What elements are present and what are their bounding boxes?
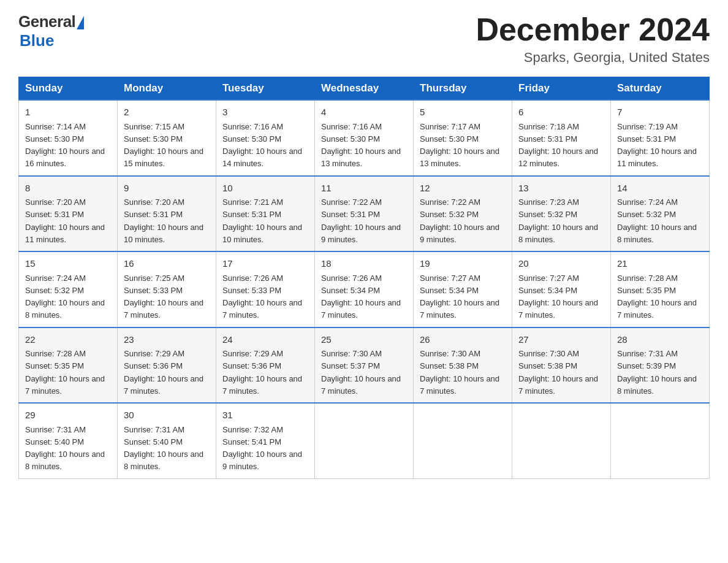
day-info: Sunrise: 7:25 AMSunset: 5:33 PMDaylight:… bbox=[124, 274, 203, 320]
calendar-cell: 28Sunrise: 7:31 AMSunset: 5:39 PMDayligh… bbox=[611, 327, 710, 404]
header-monday: Monday bbox=[118, 77, 216, 101]
day-info: Sunrise: 7:22 AMSunset: 5:32 PMDaylight:… bbox=[420, 197, 499, 244]
calendar-cell: 8Sunrise: 7:20 AMSunset: 5:31 PMDaylight… bbox=[19, 176, 118, 252]
calendar-week-row: 15Sunrise: 7:24 AMSunset: 5:32 PMDayligh… bbox=[19, 251, 710, 327]
header-friday: Friday bbox=[512, 77, 611, 101]
day-info: Sunrise: 7:30 AMSunset: 5:37 PMDaylight:… bbox=[321, 349, 401, 396]
calendar-cell bbox=[512, 403, 611, 478]
day-number: 26 bbox=[420, 333, 506, 347]
calendar-cell: 17Sunrise: 7:26 AMSunset: 5:33 PMDayligh… bbox=[216, 251, 315, 327]
calendar-week-row: 29Sunrise: 7:31 AMSunset: 5:40 PMDayligh… bbox=[19, 403, 710, 478]
day-info: Sunrise: 7:31 AMSunset: 5:40 PMDaylight:… bbox=[124, 425, 203, 472]
calendar-cell: 7Sunrise: 7:19 AMSunset: 5:31 PMDaylight… bbox=[611, 100, 710, 176]
calendar-week-row: 22Sunrise: 7:28 AMSunset: 5:35 PMDayligh… bbox=[19, 327, 710, 404]
page-header: General Blue December 2024 Sparks, Georg… bbox=[18, 12, 710, 66]
header-tuesday: Tuesday bbox=[216, 77, 315, 101]
location-text: Sparks, Georgia, United States bbox=[476, 50, 710, 66]
day-number: 28 bbox=[617, 333, 703, 347]
day-number: 18 bbox=[321, 257, 407, 271]
day-number: 11 bbox=[321, 182, 407, 196]
day-number: 21 bbox=[617, 257, 703, 271]
day-number: 31 bbox=[222, 408, 308, 423]
day-info: Sunrise: 7:16 AMSunset: 5:30 PMDaylight:… bbox=[222, 122, 302, 169]
day-info: Sunrise: 7:30 AMSunset: 5:38 PMDaylight:… bbox=[518, 349, 598, 396]
day-number: 5 bbox=[420, 105, 506, 120]
day-number: 9 bbox=[124, 182, 210, 196]
day-info: Sunrise: 7:21 AMSunset: 5:31 PMDaylight:… bbox=[222, 197, 302, 244]
calendar-cell: 2Sunrise: 7:15 AMSunset: 5:30 PMDaylight… bbox=[118, 100, 216, 176]
day-number: 23 bbox=[124, 333, 210, 347]
day-info: Sunrise: 7:29 AMSunset: 5:36 PMDaylight:… bbox=[222, 349, 302, 396]
day-number: 19 bbox=[420, 257, 506, 271]
logo-blue-text: Blue bbox=[20, 31, 54, 50]
day-number: 13 bbox=[518, 182, 604, 196]
day-number: 30 bbox=[124, 408, 210, 423]
day-info: Sunrise: 7:23 AMSunset: 5:32 PMDaylight:… bbox=[518, 197, 598, 244]
calendar-header-row: SundayMondayTuesdayWednesdayThursdayFrid… bbox=[19, 77, 710, 101]
logo-general-text: General bbox=[18, 12, 75, 31]
calendar-cell: 16Sunrise: 7:25 AMSunset: 5:33 PMDayligh… bbox=[118, 251, 216, 327]
day-number: 14 bbox=[617, 182, 703, 196]
day-number: 6 bbox=[518, 105, 604, 120]
calendar-cell: 29Sunrise: 7:31 AMSunset: 5:40 PMDayligh… bbox=[19, 403, 118, 478]
calendar-cell: 1Sunrise: 7:14 AMSunset: 5:30 PMDaylight… bbox=[19, 100, 118, 176]
logo: General Blue bbox=[18, 12, 84, 50]
day-info: Sunrise: 7:14 AMSunset: 5:30 PMDaylight:… bbox=[25, 122, 105, 169]
calendar-cell: 31Sunrise: 7:32 AMSunset: 5:41 PMDayligh… bbox=[216, 403, 315, 478]
calendar-cell: 15Sunrise: 7:24 AMSunset: 5:32 PMDayligh… bbox=[19, 251, 118, 327]
day-number: 24 bbox=[222, 333, 308, 347]
calendar-table: SundayMondayTuesdayWednesdayThursdayFrid… bbox=[18, 77, 710, 479]
calendar-cell: 30Sunrise: 7:31 AMSunset: 5:40 PMDayligh… bbox=[118, 403, 216, 478]
day-info: Sunrise: 7:16 AMSunset: 5:30 PMDaylight:… bbox=[321, 122, 401, 169]
calendar-cell: 13Sunrise: 7:23 AMSunset: 5:32 PMDayligh… bbox=[512, 176, 611, 252]
day-number: 25 bbox=[321, 333, 407, 347]
calendar-cell bbox=[315, 403, 414, 478]
day-info: Sunrise: 7:19 AMSunset: 5:31 PMDaylight:… bbox=[617, 122, 697, 169]
header-thursday: Thursday bbox=[414, 77, 512, 101]
calendar-cell: 26Sunrise: 7:30 AMSunset: 5:38 PMDayligh… bbox=[414, 327, 512, 404]
calendar-cell: 27Sunrise: 7:30 AMSunset: 5:38 PMDayligh… bbox=[512, 327, 611, 404]
day-info: Sunrise: 7:17 AMSunset: 5:30 PMDaylight:… bbox=[420, 122, 499, 169]
day-number: 12 bbox=[420, 182, 506, 196]
calendar-cell: 20Sunrise: 7:27 AMSunset: 5:34 PMDayligh… bbox=[512, 251, 611, 327]
calendar-week-row: 1Sunrise: 7:14 AMSunset: 5:30 PMDaylight… bbox=[19, 100, 710, 176]
calendar-cell: 4Sunrise: 7:16 AMSunset: 5:30 PMDaylight… bbox=[315, 100, 414, 176]
day-number: 27 bbox=[518, 333, 604, 347]
calendar-cell bbox=[414, 403, 512, 478]
day-number: 2 bbox=[124, 105, 210, 120]
header-sunday: Sunday bbox=[19, 77, 118, 101]
calendar-cell: 25Sunrise: 7:30 AMSunset: 5:37 PMDayligh… bbox=[315, 327, 414, 404]
day-info: Sunrise: 7:22 AMSunset: 5:31 PMDaylight:… bbox=[321, 197, 401, 244]
calendar-cell: 3Sunrise: 7:16 AMSunset: 5:30 PMDaylight… bbox=[216, 100, 315, 176]
day-number: 7 bbox=[617, 105, 703, 120]
day-info: Sunrise: 7:15 AMSunset: 5:30 PMDaylight:… bbox=[124, 122, 203, 169]
calendar-cell: 22Sunrise: 7:28 AMSunset: 5:35 PMDayligh… bbox=[19, 327, 118, 404]
day-number: 16 bbox=[124, 257, 210, 271]
day-number: 10 bbox=[222, 182, 308, 196]
day-info: Sunrise: 7:26 AMSunset: 5:33 PMDaylight:… bbox=[222, 274, 302, 320]
month-title: December 2024 bbox=[476, 12, 710, 47]
day-info: Sunrise: 7:24 AMSunset: 5:32 PMDaylight:… bbox=[25, 274, 105, 320]
calendar-cell: 10Sunrise: 7:21 AMSunset: 5:31 PMDayligh… bbox=[216, 176, 315, 252]
calendar-week-row: 8Sunrise: 7:20 AMSunset: 5:31 PMDaylight… bbox=[19, 176, 710, 252]
day-number: 3 bbox=[222, 105, 308, 120]
day-number: 15 bbox=[25, 257, 111, 271]
day-info: Sunrise: 7:28 AMSunset: 5:35 PMDaylight:… bbox=[617, 274, 697, 320]
day-info: Sunrise: 7:32 AMSunset: 5:41 PMDaylight:… bbox=[222, 425, 302, 472]
day-info: Sunrise: 7:28 AMSunset: 5:35 PMDaylight:… bbox=[25, 349, 105, 396]
day-info: Sunrise: 7:27 AMSunset: 5:34 PMDaylight:… bbox=[518, 274, 598, 320]
day-info: Sunrise: 7:27 AMSunset: 5:34 PMDaylight:… bbox=[420, 274, 499, 320]
calendar-cell: 21Sunrise: 7:28 AMSunset: 5:35 PMDayligh… bbox=[611, 251, 710, 327]
calendar-cell: 11Sunrise: 7:22 AMSunset: 5:31 PMDayligh… bbox=[315, 176, 414, 252]
calendar-cell: 18Sunrise: 7:26 AMSunset: 5:34 PMDayligh… bbox=[315, 251, 414, 327]
calendar-cell: 24Sunrise: 7:29 AMSunset: 5:36 PMDayligh… bbox=[216, 327, 315, 404]
calendar-cell: 5Sunrise: 7:17 AMSunset: 5:30 PMDaylight… bbox=[414, 100, 512, 176]
calendar-cell: 14Sunrise: 7:24 AMSunset: 5:32 PMDayligh… bbox=[611, 176, 710, 252]
logo-triangle-icon bbox=[77, 16, 84, 29]
day-info: Sunrise: 7:29 AMSunset: 5:36 PMDaylight:… bbox=[124, 349, 203, 396]
day-info: Sunrise: 7:31 AMSunset: 5:39 PMDaylight:… bbox=[617, 349, 697, 396]
day-number: 8 bbox=[25, 182, 111, 196]
day-info: Sunrise: 7:30 AMSunset: 5:38 PMDaylight:… bbox=[420, 349, 499, 396]
calendar-cell: 6Sunrise: 7:18 AMSunset: 5:31 PMDaylight… bbox=[512, 100, 611, 176]
day-number: 1 bbox=[25, 105, 111, 120]
